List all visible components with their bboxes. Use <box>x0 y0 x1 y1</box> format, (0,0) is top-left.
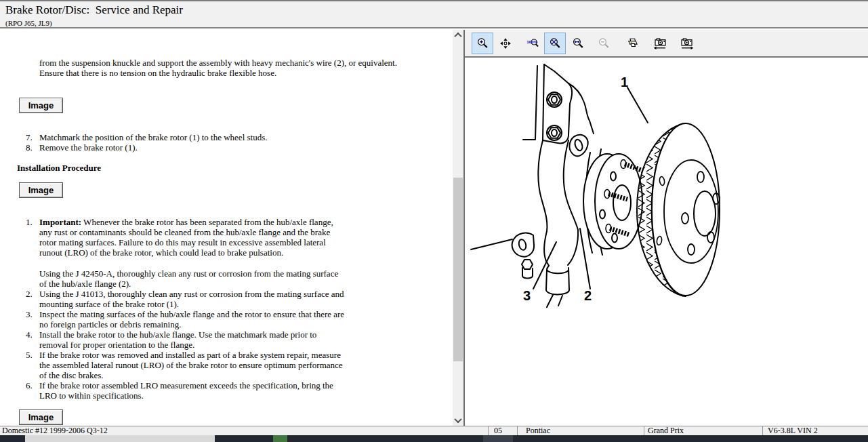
camera-previous-icon <box>653 34 667 53</box>
step-text: Remove the brake rotor (1). <box>39 142 348 153</box>
pan-icon <box>499 35 512 52</box>
step-subparagraph: Using the J 42450-A, thoroughly clean an… <box>39 268 348 289</box>
step-text: Important: Whenever the brake rotor has … <box>39 217 348 289</box>
zoom-fit-width-button[interactable] <box>567 33 589 54</box>
chevron-down-icon <box>454 416 461 423</box>
installation-step: 4. Install the brake rotor to the hub/ax… <box>26 329 348 350</box>
previous-image-button[interactable] <box>648 33 672 54</box>
status-database: Domestic #12 1999-2006 Q3-12 <box>0 426 488 435</box>
chevron-up-icon <box>454 33 461 40</box>
document-title-bar: Brake Rotor/Disc: Service and Repair (RP… <box>0 0 868 28</box>
brake-rotor-illustration: 1 2 3 <box>468 58 868 424</box>
important-label: Important: <box>39 217 81 227</box>
pan-button[interactable] <box>495 33 516 54</box>
taskbar-green-segment[interactable] <box>273 435 287 442</box>
status-model: Grand Prix <box>644 426 762 435</box>
image-button[interactable]: Image <box>19 98 63 113</box>
suspension-knuckle-drawing <box>471 64 602 307</box>
installation-step: 5. If the brake rotor was removed and in… <box>26 350 348 380</box>
taskbar-strip[interactable] <box>0 435 868 442</box>
intro-paragraph: from the suspension knuckle and support … <box>39 58 409 78</box>
scroll-down-button[interactable] <box>453 415 463 426</box>
image-toolbar: 100% <box>465 30 868 58</box>
zoom-out-button[interactable] <box>593 33 615 54</box>
zoom-out-icon <box>598 35 610 52</box>
installation-step: 1. Important: Whenever the brake rotor h… <box>26 217 348 289</box>
step-number: 8. <box>26 142 39 153</box>
zoom-100-icon: 100% <box>526 35 539 52</box>
status-year: 05 <box>488 426 517 435</box>
taskbar-highlight-segment[interactable] <box>483 435 513 442</box>
camera-next-icon <box>680 34 694 53</box>
step-text: Matchmark the position of the brake roto… <box>39 132 348 142</box>
brake-rotor-drawing <box>637 123 720 296</box>
installation-step: 3. Inspect the mating surfaces of the hu… <box>26 309 348 329</box>
taskbar-search-segment[interactable] <box>25 435 215 442</box>
status-make: Pontiac <box>517 426 644 435</box>
zoom-fit-width-icon <box>572 35 584 52</box>
image-button[interactable]: Image <box>19 409 63 425</box>
installation-step: 6. If the brake rotor assembled LRO meas… <box>26 380 348 401</box>
zoom-fit-window-button[interactable] <box>544 33 566 54</box>
zoom-100-button[interactable]: 100% <box>522 33 543 54</box>
step-number: 1. <box>26 217 39 289</box>
svg-text:100%: 100% <box>526 39 537 44</box>
zoom-in-icon <box>476 35 489 52</box>
callout-2-label: 2 <box>584 288 592 303</box>
page-subtitle: (RPO J65, JL9) <box>5 19 52 27</box>
callout-1-label: 1 <box>621 75 628 89</box>
print-button[interactable] <box>621 33 643 54</box>
status-engine: V6-3.8L VIN 2 <box>762 426 868 435</box>
scrollbar-thumb[interactable] <box>453 178 463 361</box>
removal-step: 7. Matchmark the position of the brake r… <box>26 132 348 142</box>
printer-icon <box>626 35 638 52</box>
installation-procedure-heading: Installation Procedure <box>17 163 101 174</box>
installation-step: 2. Using the J 41013, thoroughly clean a… <box>26 289 348 309</box>
step-number: 7. <box>26 132 39 142</box>
scroll-up-button[interactable] <box>453 30 463 41</box>
zoom-fit-window-icon <box>549 35 561 52</box>
status-bar: Domestic #12 1999-2006 Q3-12 05 Pontiac … <box>0 426 868 435</box>
removal-step: 8. Remove the brake rotor (1). <box>26 142 348 153</box>
page-title: Brake Rotor/Disc: Service and Repair <box>5 3 183 17</box>
callout-1-leader <box>627 87 648 123</box>
callout-3-label: 3 <box>523 288 531 303</box>
zoom-in-button[interactable] <box>472 33 493 54</box>
vertical-scrollbar[interactable] <box>453 30 463 426</box>
procedure-text-panel: from the suspension knuckle and support … <box>0 30 451 426</box>
application-window: Brake Rotor/Disc: Service and Repair (RP… <box>0 0 868 442</box>
next-image-button[interactable] <box>675 33 699 54</box>
image-button[interactable]: Image <box>19 182 63 198</box>
